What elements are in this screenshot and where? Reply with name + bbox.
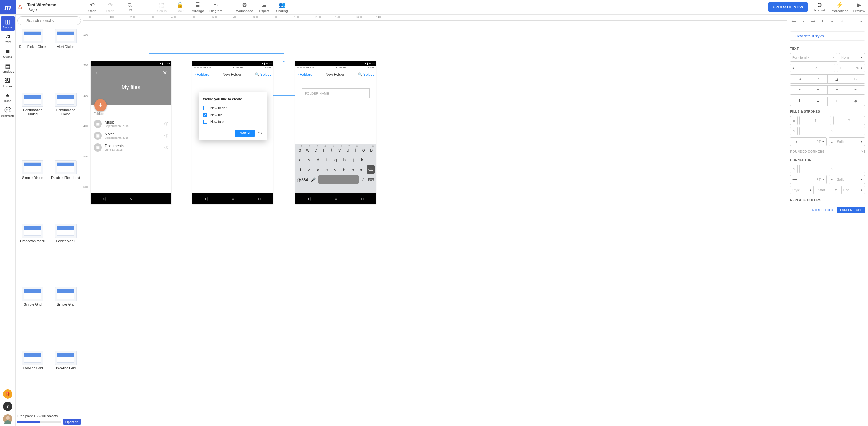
keyboard-key[interactable]: l <box>367 155 375 164</box>
arrange-button[interactable]: ≣ Arrange <box>189 0 207 14</box>
stencil-item[interactable]: Folder Menu <box>50 222 82 284</box>
font-color-input[interactable]: A? <box>790 64 835 72</box>
sharing-button[interactable]: 👥 Sharing <box>273 0 291 14</box>
keyboard-key[interactable]: h <box>341 155 348 164</box>
info-icon[interactable]: ⓘ <box>164 133 168 139</box>
align-top-icon[interactable]: ⤒ <box>820 19 826 24</box>
rail-pages[interactable]: 🗂 Pages <box>1 31 15 45</box>
upgrade-small-button[interactable]: Upgrade <box>63 419 81 425</box>
app-logo[interactable]: m <box>0 0 16 14</box>
search-stencils-input[interactable] <box>18 17 81 25</box>
folder-name-input[interactable]: FOLDER NAME <box>302 88 370 98</box>
stroke-style-select[interactable]: ≡Solid▼ <box>829 137 865 146</box>
keyboard-key[interactable]: z <box>305 166 313 174</box>
stencil-item[interactable]: Simple Grid <box>50 286 82 348</box>
back-icon[interactable]: ← <box>95 70 100 76</box>
keyboard-symbols-key[interactable]: @234 <box>297 175 308 184</box>
rail-comments[interactable]: 💬 Comments <box>1 105 15 119</box>
valign-bottom-icon[interactable]: T̲ <box>828 97 846 106</box>
keyboard-key[interactable]: g <box>332 155 339 164</box>
gift-button[interactable]: 🎁 <box>3 389 12 399</box>
keyboard-key[interactable]: t5 <box>328 146 335 154</box>
close-icon[interactable]: ✕ <box>163 70 167 76</box>
keyboard-key[interactable]: m <box>358 166 366 174</box>
dialog-option[interactable]: New folder <box>203 105 262 111</box>
select-link[interactable]: 🔍 Select <box>255 72 271 77</box>
nav-recent-icon[interactable]: □ <box>157 197 159 201</box>
help-button[interactable]: ? <box>3 402 12 411</box>
stencil-item[interactable]: Confirmation Dialog <box>17 91 49 158</box>
valign-top-icon[interactable]: T̄ <box>790 97 809 106</box>
scope-entire-chip[interactable]: ENTIRE PROJECT <box>808 207 838 213</box>
diagram-button[interactable]: ⤳ Diagram <box>207 0 225 14</box>
connector-width-input[interactable]: ⟶PT▼ <box>790 175 827 184</box>
underline-button[interactable]: U <box>828 75 846 83</box>
dialog-ok-button[interactable]: OK <box>258 132 262 135</box>
align-right-icon[interactable]: ⟹ <box>810 19 816 24</box>
nav-home-icon[interactable]: ○ <box>232 197 234 201</box>
connector-color-swatch[interactable]: ✎ <box>790 165 798 173</box>
stencil-item[interactable]: Alert Dialog <box>50 28 82 90</box>
stencil-item[interactable]: Disabled Text Input <box>50 159 82 221</box>
nav-recent-icon[interactable]: □ <box>362 197 364 201</box>
align-middle-icon[interactable]: ≡ <box>830 19 835 24</box>
keyboard-key[interactable]: y6 <box>336 146 343 154</box>
text-align-justify-icon[interactable]: ≡ <box>846 86 865 94</box>
connector-style-select[interactable]: ≡Solid▼ <box>829 175 865 184</box>
zoom-out-icon[interactable]: − <box>123 5 125 9</box>
align-center-h-icon[interactable]: ≡ <box>801 19 806 24</box>
keyboard-key[interactable]: p0 <box>368 146 375 154</box>
fab-add-button[interactable]: + <box>94 99 107 111</box>
text-align-center-icon[interactable]: ≡ <box>809 86 828 94</box>
keyboard-spacebar[interactable] <box>318 175 359 183</box>
keyboard-key[interactable]: x <box>314 166 321 174</box>
info-icon[interactable]: ⓘ <box>164 121 168 127</box>
connector-color-input[interactable]: ? <box>800 165 865 173</box>
align-left-icon[interactable]: ⟸ <box>791 19 797 24</box>
folder-list-item[interactable]: ▣DocumentsJune 12, 2015ⓘ <box>94 142 168 153</box>
zoom-in-icon[interactable]: + <box>135 5 137 9</box>
undo-button[interactable]: ↶ Undo <box>84 0 101 14</box>
dialog-option[interactable]: New task <box>203 118 262 125</box>
keyboard-key[interactable]: w2 <box>305 146 311 154</box>
group-button[interactable]: ⬚ Group <box>153 0 171 14</box>
info-icon[interactable]: ⓘ <box>164 145 168 150</box>
mockup-phone-3[interactable]: ▾ ▮ 07:53 ○○○○○ Moqups 12:51 AM 100% ‹ F… <box>295 61 376 204</box>
select-link[interactable]: 🔍 Select <box>358 72 373 77</box>
font-weight-select[interactable]: None▼ <box>839 53 865 62</box>
stroke-color-input[interactable]: ? <box>800 127 865 135</box>
stencil-item[interactable]: Confirmation Dialog <box>50 91 82 158</box>
stencil-item[interactable]: Date Picker Clock <box>17 28 49 90</box>
export-button[interactable]: ☁ Export <box>255 0 273 14</box>
nav-home-icon[interactable]: ○ <box>335 197 337 201</box>
fill-input-1[interactable]: ? <box>800 116 831 125</box>
scope-current-chip[interactable]: CURRENT PAGE <box>837 207 865 213</box>
keyboard-key[interactable]: e3 <box>312 146 319 154</box>
preview-button[interactable]: ▶ Preview <box>850 0 868 14</box>
stencil-item[interactable]: Dropdown Menu <box>17 222 49 284</box>
stroke-swatch-icon[interactable]: ✎ <box>790 127 798 135</box>
nav-recent-icon[interactable]: □ <box>258 197 260 201</box>
nav-back-icon[interactable]: ◁ <box>205 197 207 201</box>
rail-stencils[interactable]: ◫ Stencils <box>1 17 15 31</box>
stencil-item[interactable]: Simple Grid <box>17 286 49 348</box>
user-avatar[interactable] <box>3 414 12 424</box>
valign-middle-icon[interactable]: ÷ <box>809 97 828 106</box>
format-button[interactable]: Format <box>811 0 829 14</box>
keyboard-key[interactable]: s <box>305 155 313 164</box>
rail-icons[interactable]: ♣ Icons <box>1 90 15 104</box>
stencil-item[interactable]: Two-line Grid <box>17 349 49 411</box>
add-corner-icon[interactable]: [+] <box>861 150 865 153</box>
connector-shape-select[interactable]: Style▼ <box>790 186 814 194</box>
bold-button[interactable]: B <box>790 75 809 83</box>
keyboard-key[interactable]: v <box>332 166 339 174</box>
rail-outline[interactable]: ≣ Outline <box>1 46 15 60</box>
lock-icon[interactable] <box>16 0 25 14</box>
keyboard-key[interactable]: q1 <box>297 146 303 154</box>
back-link[interactable]: ‹ Folders <box>298 72 312 77</box>
stroke-width-input[interactable]: ⟶PT▼ <box>790 137 827 146</box>
text-align-left-icon[interactable]: ≡ <box>790 86 809 94</box>
interactions-button[interactable]: ⚡ Interactions <box>829 0 850 14</box>
font-family-select[interactable]: Font family▼ <box>790 53 837 62</box>
keyboard-key[interactable]: a <box>297 155 304 164</box>
